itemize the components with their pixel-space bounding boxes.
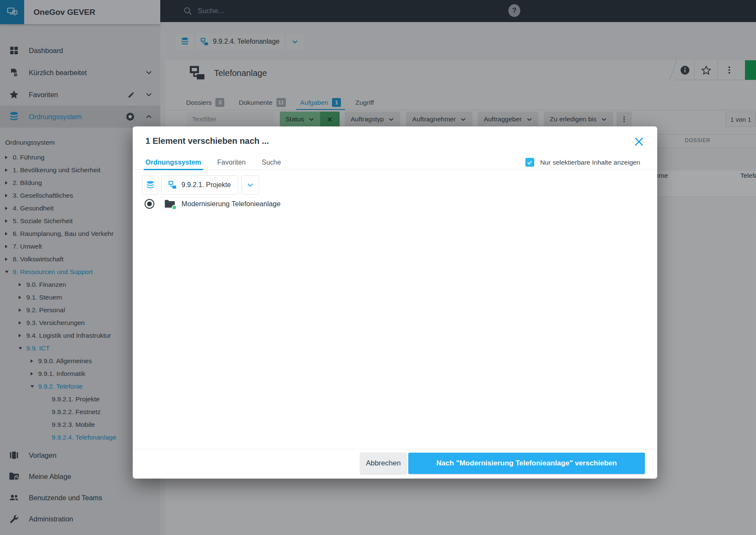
dialog-tab-ordnungssystem[interactable]: Ordnungssystem	[145, 155, 201, 170]
dialog-tabs-divider	[133, 169, 657, 170]
dialog-breadcrumb-expand-button[interactable]	[241, 175, 259, 195]
chevron-down-icon	[246, 181, 254, 189]
repository-root-button[interactable]	[142, 175, 158, 195]
confirm-move-button[interactable]: Nach "Modernisierung Telefonieanlage" ve…	[408, 453, 645, 474]
radio-selected-icon[interactable]	[145, 199, 154, 209]
checkbox-label: Nur selektierbare Inhalte anzeigen	[540, 159, 640, 166]
dialog-tab-favoriten[interactable]: Favoriten	[218, 155, 246, 170]
dialog-breadcrumb: 9.9.2.1. Projekte	[142, 175, 259, 195]
dialog-title: 1 Element verschieben nach ...	[145, 136, 269, 146]
dialog-footer-divider	[133, 449, 657, 449]
selectable-only-checkbox[interactable]: Nur selektierbare Inhalte anzeigen	[525, 158, 640, 167]
checkbox-checked-icon	[525, 158, 534, 167]
dialog-breadcrumb-item[interactable]: 9.9.2.1. Projekte	[161, 175, 238, 195]
dialog-tabs: Ordnungssystem Favoriten Suche	[145, 155, 281, 170]
breadcrumb-label: 9.9.2.1. Projekte	[181, 181, 231, 189]
option-label: Modernisierung Telefonieanlage	[181, 200, 281, 208]
close-icon	[634, 137, 644, 147]
dossier-folder-icon	[164, 199, 176, 209]
app-window: OneGov GEVER Dashboard Kürzlich bearbeit…	[0, 0, 756, 535]
tab-label: Suche	[262, 159, 281, 166]
move-target-option[interactable]: Modernisierung Telefonieanlage	[145, 199, 281, 209]
dialog-close-button[interactable]	[633, 136, 644, 147]
dialog-tab-suche[interactable]: Suche	[262, 155, 281, 170]
repository-folder-icon	[168, 181, 177, 189]
tab-label: Favoriten	[218, 159, 246, 166]
database-icon	[145, 180, 155, 190]
tab-label: Ordnungssystem	[145, 159, 201, 166]
move-element-dialog: 1 Element verschieben nach ... Ordnungss…	[133, 126, 657, 479]
cancel-button[interactable]: Abbrechen	[360, 453, 407, 474]
active-status-dot	[172, 205, 177, 210]
